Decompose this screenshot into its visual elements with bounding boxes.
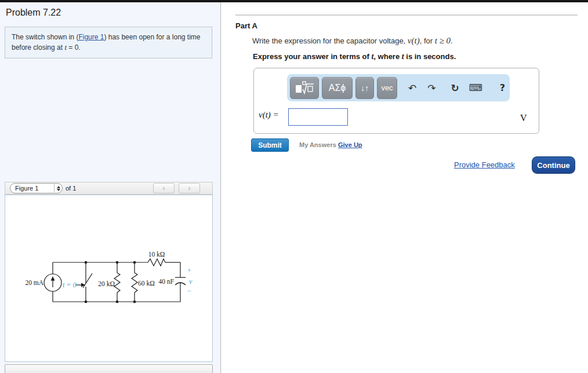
polarity-minus-label: − — [187, 287, 191, 295]
instruction-segment: Express your answer in terms of — [253, 52, 371, 61]
voltage-v-label: v — [189, 277, 193, 286]
switch-arrowhead — [81, 283, 85, 287]
question-segment: . — [451, 36, 453, 45]
node-dot — [116, 301, 119, 303]
equation-toolbar: ΑΣϕ ↓↑ vec ↶ ↷ ↻ ⌨ ? — [287, 74, 510, 101]
source-value-label: 20 mA — [25, 279, 43, 286]
submit-button[interactable]: Submit — [251, 138, 289, 152]
question-segment: , for — [420, 36, 435, 45]
instruction-segment: is in seconds. — [404, 52, 456, 61]
help-icon[interactable]: ? — [500, 82, 505, 93]
resistor-20k-label: 20 kΩ — [98, 280, 115, 287]
keyboard-icon[interactable]: ⌨ — [469, 82, 482, 93]
greek-symbols-button[interactable]: ΑΣϕ — [322, 77, 353, 99]
resistor-10k-label: 10 kΩ — [148, 251, 165, 258]
circuit-figure: 20 mA t = 0 20 kΩ 60 kΩ 10 kΩ 40 nF + v … — [5, 195, 212, 361]
figure-link[interactable]: Figure 1 — [78, 33, 104, 41]
node-dot — [85, 301, 88, 303]
figure-footer-bar — [5, 364, 213, 373]
instruction-segment: , where — [373, 52, 401, 61]
statement-text: The switch shown in ( — [12, 33, 78, 41]
polarity-plus-label: + — [187, 266, 191, 275]
switch-time-label: t = 0 — [63, 281, 76, 289]
next-figure-button[interactable]: › — [179, 183, 200, 193]
section-divider — [235, 14, 578, 16]
resistor-20k — [114, 273, 120, 292]
node-dot — [133, 261, 136, 264]
part-title: Part A — [235, 21, 257, 30]
figure-select-value: Figure 1 — [10, 185, 54, 192]
screen: Problem 7.22 The switch shown in (Figure… — [0, 0, 588, 373]
figure-nav-bar: Figure 1 of 1 ‹ › — [5, 182, 213, 195]
capacitor-value-label: 40 nF — [158, 278, 174, 285]
resistor-60k-label: 60 kΩ — [138, 280, 155, 287]
figure-select[interactable]: Figure 1 — [10, 183, 63, 193]
provide-feedback-link[interactable]: Provide Feedback — [454, 160, 515, 169]
problem-statement-box: The switch shown in (Figure 1) has been … — [5, 27, 212, 58]
figure-count-label: of 1 — [66, 185, 76, 192]
switch-blade — [83, 273, 92, 288]
select-spinner-icon — [54, 184, 62, 192]
vector-button[interactable]: vec — [377, 77, 397, 99]
give-up-link[interactable]: Give Up — [338, 141, 362, 148]
my-answers-label[interactable]: My Answers — [299, 141, 336, 148]
panel-divider — [220, 2, 221, 373]
current-arrowhead — [51, 276, 55, 281]
math-templates-icon — [295, 81, 314, 96]
equation-editor: ΑΣϕ ↓↑ vec ↶ ↷ ↻ ⌨ ? v(t) = V — [253, 68, 539, 134]
node-dot — [85, 261, 88, 264]
answer-input[interactable] — [288, 108, 348, 126]
question-segment: Write the expression for the capacitor v… — [252, 36, 408, 45]
question-text: Write the expression for the capacitor v… — [252, 36, 453, 46]
reset-icon[interactable]: ↻ — [451, 82, 459, 94]
page-title: Problem 7.22 — [6, 8, 61, 18]
continue-button[interactable]: Continue — [532, 156, 575, 174]
prev-figure-button[interactable]: ‹ — [153, 183, 175, 193]
instruction-text: Express your answer in terms of t, where… — [253, 52, 456, 61]
figure-container: 20 mA t = 0 20 kΩ 60 kΩ 10 kΩ 40 nF + v … — [5, 195, 213, 362]
node-dot — [116, 261, 119, 264]
node-dot — [133, 301, 136, 303]
answer-lhs-label: v(t) = — [259, 110, 279, 120]
math-vt: v(t) — [408, 36, 420, 45]
math-templates-button[interactable] — [290, 77, 319, 99]
statement-text: = 0. — [67, 43, 81, 52]
math-t-ge-0: t ≥ 0 — [435, 36, 451, 45]
answer-unit-label: V — [520, 113, 527, 123]
resistor-60k — [132, 273, 137, 292]
redo-icon[interactable]: ↷ — [427, 82, 435, 94]
undo-icon[interactable]: ↶ — [408, 82, 416, 94]
resistor-10k — [148, 259, 165, 266]
updown-button[interactable]: ↓↑ — [355, 77, 374, 99]
